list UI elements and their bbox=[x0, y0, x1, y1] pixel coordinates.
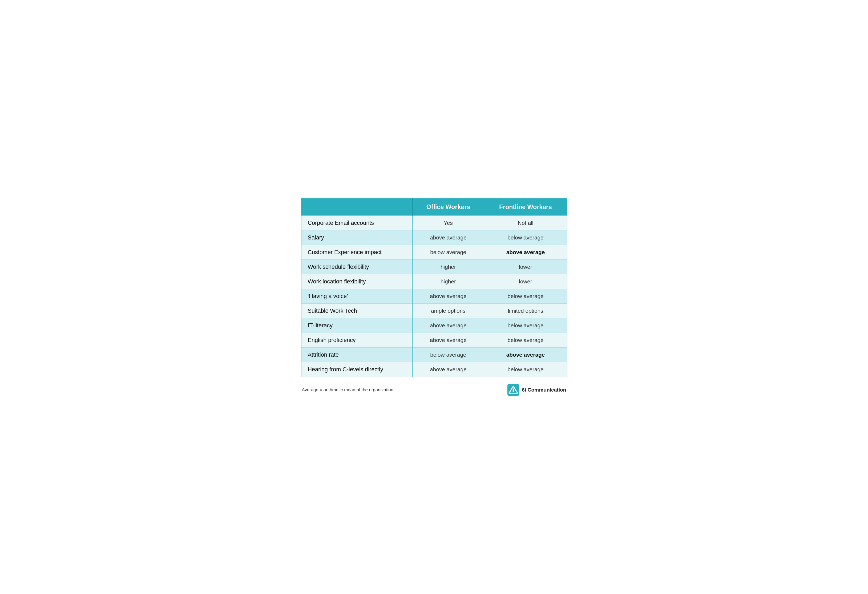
row-office-value: higher bbox=[412, 274, 484, 289]
table-row: Salaryabove averagebelow average bbox=[301, 230, 567, 245]
table-row: Corporate Email accountsYesNot all bbox=[301, 216, 567, 230]
row-label: Hearing from C-levels directly bbox=[301, 362, 413, 377]
row-office-value: below average bbox=[412, 245, 484, 260]
header-office-workers: Office Workers bbox=[412, 199, 484, 216]
row-frontline-value: above average bbox=[484, 348, 567, 362]
comparison-table: Office Workers Frontline Workers Corpora… bbox=[301, 198, 567, 377]
row-label: Salary bbox=[301, 230, 413, 245]
row-label: IT-literacy bbox=[301, 318, 413, 333]
row-label: Attrition rate bbox=[301, 348, 413, 362]
row-office-value: Yes bbox=[412, 216, 484, 230]
table-row: English proficiencyabove averagebelow av… bbox=[301, 333, 567, 348]
row-label: Suitable Work Tech bbox=[301, 304, 413, 318]
row-office-value: above average bbox=[412, 333, 484, 348]
row-office-value: above average bbox=[412, 362, 484, 377]
row-frontline-value: Not all bbox=[484, 216, 567, 230]
row-office-value: above average bbox=[412, 230, 484, 245]
table-header-row: Office Workers Frontline Workers bbox=[301, 199, 567, 216]
table-row: Work schedule flexibilityhigherlower bbox=[301, 260, 567, 274]
row-office-value: ample options bbox=[412, 304, 484, 318]
row-frontline-value: above average bbox=[484, 245, 567, 260]
row-frontline-value: below average bbox=[484, 230, 567, 245]
row-label: Work location flexibility bbox=[301, 274, 413, 289]
row-office-value: below average bbox=[412, 348, 484, 362]
row-office-value: higher bbox=[412, 260, 484, 274]
table-row: Work location flexibilityhigherlower bbox=[301, 274, 567, 289]
row-frontline-value: below average bbox=[484, 362, 567, 377]
logo-area: 6i Communication bbox=[508, 384, 566, 396]
row-frontline-value: below average bbox=[484, 318, 567, 333]
table-row: ‘Having a voice’above averagebelow avera… bbox=[301, 289, 567, 304]
footer: Average = arithmetic mean of the organiz… bbox=[301, 382, 567, 396]
row-frontline-value: lower bbox=[484, 274, 567, 289]
logo-text: 6i Communication bbox=[522, 387, 566, 393]
row-label: Corporate Email accounts bbox=[301, 216, 413, 230]
page-wrapper: Office Workers Frontline Workers Corpora… bbox=[301, 198, 567, 396]
table-row: Hearing from C-levels directlyabove aver… bbox=[301, 362, 567, 377]
row-office-value: above average bbox=[412, 289, 484, 304]
footer-note: Average = arithmetic mean of the organiz… bbox=[302, 387, 393, 393]
table-row: Suitable Work Techample optionslimited o… bbox=[301, 304, 567, 318]
header-label-col bbox=[301, 199, 413, 216]
row-frontline-value: below average bbox=[484, 289, 567, 304]
table-row: Attrition ratebelow averageabove average bbox=[301, 348, 567, 362]
row-frontline-value: limited options bbox=[484, 304, 567, 318]
row-office-value: above average bbox=[412, 318, 484, 333]
row-frontline-value: lower bbox=[484, 260, 567, 274]
6i-communication-icon bbox=[508, 384, 519, 396]
row-label: Customer Experience impact bbox=[301, 245, 413, 260]
row-label: Work schedule flexibility bbox=[301, 260, 413, 274]
row-label: English proficiency bbox=[301, 333, 413, 348]
table-row: IT-literacyabove averagebelow average bbox=[301, 318, 567, 333]
table-row: Customer Experience impactbelow averagea… bbox=[301, 245, 567, 260]
row-label: ‘Having a voice’ bbox=[301, 289, 413, 304]
row-frontline-value: below average bbox=[484, 333, 567, 348]
header-frontline-workers: Frontline Workers bbox=[484, 199, 567, 216]
